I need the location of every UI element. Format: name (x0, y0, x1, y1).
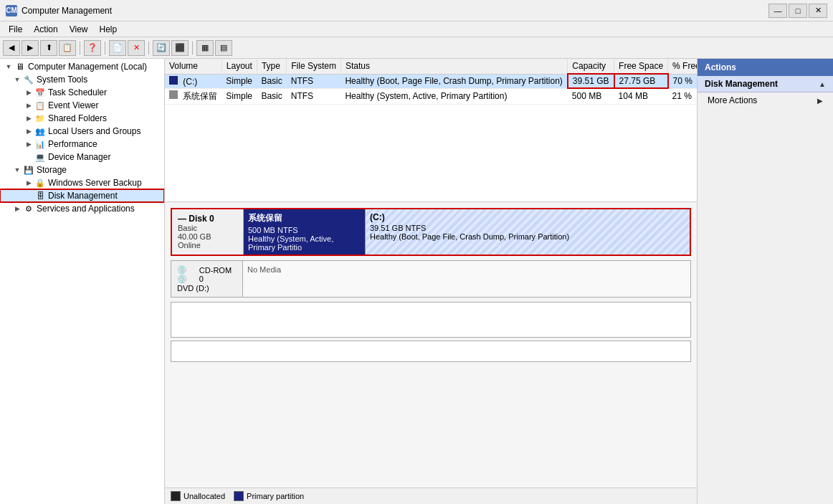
partition-system[interactable]: 系统保留 500 MB NTFS Healthy (System, Active… (244, 209, 366, 255)
cell-filesystem: NTFS (287, 74, 341, 88)
main-layout: ▼ Computer Management (Local) ▼ System T… (0, 59, 833, 504)
cell-layout: Simple (222, 74, 257, 88)
partition-color-indicator2 (169, 90, 178, 99)
more-actions-item[interactable]: More Actions ▶ (698, 92, 833, 108)
partition-c[interactable]: (C:) 39.51 GB NTFS Healthy (Boot, Page F… (366, 209, 690, 255)
sidebar-item-system-tools[interactable]: ▼ System Tools (0, 73, 164, 86)
toolbar-view1[interactable]: ▦ (196, 40, 214, 56)
window-controls: — □ ✕ (768, 4, 827, 18)
sidebar-item-storage[interactable]: ▼ Storage (0, 163, 164, 176)
table-row[interactable]: 系统保留 Simple Basic NTFS Healthy (System, … (165, 88, 697, 104)
toolbar-export[interactable]: 📄 (109, 40, 126, 56)
root-arrow: ▼ (3, 61, 14, 72)
toolbar-back[interactable]: ◀ (3, 40, 20, 56)
cell-volume: 系统保留 (165, 88, 222, 104)
toolbar-help[interactable]: ❓ (84, 40, 101, 56)
sidebar-item-task-scheduler[interactable]: ▶ Task Scheduler (0, 86, 164, 99)
minimize-button[interactable]: — (768, 4, 787, 18)
disk-0-partitions: 系统保留 500 MB NTFS Healthy (System, Active… (244, 209, 690, 255)
sidebar-item-shared-folders[interactable]: ▶ Shared Folders (0, 112, 164, 125)
services-arrow: ▶ (11, 203, 23, 214)
col-capacity[interactable]: Capacity (568, 59, 614, 74)
device-icon (34, 151, 46, 163)
device-label: Device Manager (48, 152, 110, 162)
more-actions-arrow: ▶ (817, 97, 823, 105)
cdrom-icon: 💿 (177, 265, 196, 284)
col-layout[interactable]: Layout (222, 59, 257, 74)
app-icon: CM (6, 5, 17, 16)
legend-primary-box (234, 491, 244, 501)
col-filesystem[interactable]: File System (287, 59, 341, 74)
storage-label: Storage (37, 165, 67, 175)
table-row[interactable]: (C:) Simple Basic NTFS Healthy (Boot, Pa… (165, 74, 697, 88)
disk-0-row: — Disk 0 Basic 40.00 GB Online 系统保留 500 … (171, 208, 691, 256)
actions-panel: Actions Disk Management ▲ More Actions ▶ (697, 59, 833, 504)
col-status[interactable]: Status (341, 59, 567, 74)
toolbar-sep3 (148, 42, 149, 54)
shared-label: Shared Folders (48, 113, 107, 123)
menu-file[interactable]: File (3, 23, 28, 36)
backup-label: Windows Server Backup (48, 178, 142, 188)
root-label: Computer Management (Local) (28, 62, 147, 72)
sidebar-item-windows-backup[interactable]: ▶ Windows Server Backup (0, 176, 164, 189)
users-arrow: ▶ (23, 125, 34, 137)
toolbar-delete[interactable]: ✕ (128, 40, 145, 56)
col-pctfree[interactable]: % Free (668, 59, 697, 74)
shared-arrow: ▶ (23, 113, 34, 124)
col-freespace[interactable]: Free Space (614, 59, 668, 74)
cell-capacity: 39.51 GB (568, 74, 614, 88)
shared-icon (34, 113, 46, 124)
disk-mgmt-label: Disk Management (48, 191, 118, 201)
toolbar-properties[interactable]: ⬛ (171, 40, 189, 56)
window-title: Computer Management (22, 6, 768, 16)
cdrom-label: 💿 CD-ROM 0 DVD (D:) (171, 261, 243, 297)
disk-table-area: Volume Layout Type File System Status Ca… (165, 59, 697, 202)
legend-unallocated: Unallocated (171, 491, 225, 501)
sidebar-item-device-manager[interactable]: Device Manager (0, 151, 164, 163)
partition-system-status: Healthy (System, Active, Primary Partiti… (248, 234, 361, 252)
actions-header: Actions (698, 59, 833, 76)
cell-pctfree: 70 % (668, 74, 697, 88)
maximize-button[interactable]: □ (789, 4, 807, 18)
empty-row-2 (171, 341, 691, 362)
sidebar-item-performance[interactable]: ▶ Performance (0, 138, 164, 151)
sidebar-item-services[interactable]: ▶ Services and Applications (0, 202, 164, 215)
event-arrow: ▶ (23, 100, 34, 111)
users-icon (34, 125, 46, 137)
services-icon (23, 203, 34, 214)
cell-filesystem: NTFS (287, 88, 341, 104)
cell-type: Basic (257, 88, 286, 104)
task-label: Task Scheduler (48, 87, 107, 98)
storage-icon (23, 164, 34, 176)
partition-system-size: 500 MB NTFS (248, 226, 361, 234)
menu-view[interactable]: View (64, 23, 94, 36)
content-area: Volume Layout Type File System Status Ca… (165, 59, 697, 504)
sidebar-item-event-viewer[interactable]: ▶ Event Viewer (0, 99, 164, 112)
close-button[interactable]: ✕ (809, 4, 827, 18)
toolbar-forward[interactable]: ▶ (22, 40, 39, 56)
disk-management-action-section[interactable]: Disk Management ▲ (698, 76, 833, 92)
legend: Unallocated Primary partition (165, 488, 697, 504)
sidebar-item-local-users[interactable]: ▶ Local Users and Groups (0, 125, 164, 138)
toolbar-show-hide[interactable]: 📋 (59, 40, 76, 56)
menu-help[interactable]: Help (94, 23, 123, 36)
col-volume[interactable]: Volume (165, 59, 222, 74)
cell-status: Healthy (Boot, Page File, Crash Dump, Pr… (341, 74, 567, 88)
partition-c-name: (C:) (370, 212, 685, 222)
partition-system-name: 系统保留 (248, 212, 361, 224)
sidebar-item-disk-management[interactable]: Disk Management (0, 189, 164, 202)
cell-pctfree: 21 % (668, 88, 697, 104)
cdrom-content: No Media (243, 261, 690, 297)
toolbar-refresh[interactable]: 🔄 (153, 40, 170, 56)
event-label: Event Viewer (48, 100, 98, 110)
partition-color-indicator (169, 76, 178, 85)
menu-bar: File Action View Help (0, 22, 833, 37)
menu-action[interactable]: Action (28, 23, 63, 36)
cdrom-row: 💿 CD-ROM 0 DVD (D:) No Media (171, 260, 691, 298)
col-type[interactable]: Type (257, 59, 286, 74)
toolbar-view2[interactable]: ▤ (215, 40, 232, 56)
sidebar-item-root[interactable]: ▼ Computer Management (Local) (0, 60, 164, 73)
cell-status: Healthy (System, Active, Primary Partiti… (341, 88, 567, 104)
partition-c-status: Healthy (Boot, Page File, Crash Dump, Pr… (370, 232, 685, 241)
toolbar-up[interactable]: ⬆ (40, 40, 57, 56)
